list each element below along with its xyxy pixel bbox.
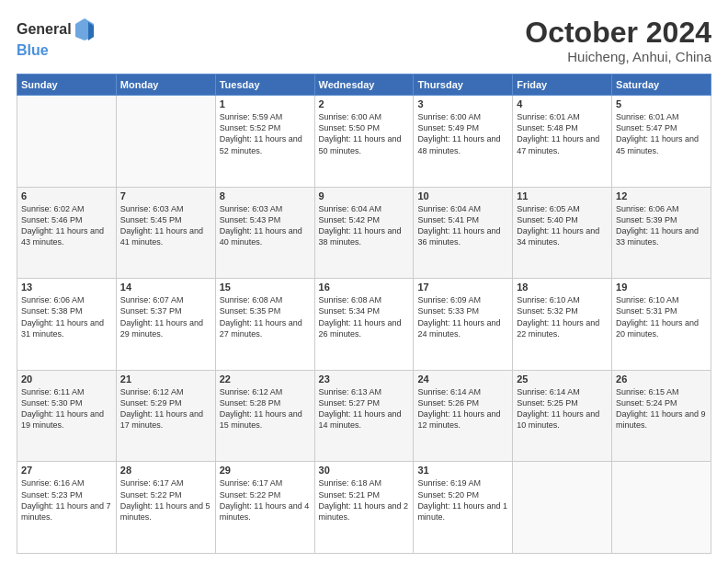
day-number: 28 xyxy=(120,465,211,476)
day-number: 16 xyxy=(319,282,410,293)
day-number: 6 xyxy=(21,190,112,201)
title-block: October 2024 Huicheng, Anhui, China xyxy=(525,17,711,64)
day-number: 25 xyxy=(517,373,608,385)
calendar-cell: 1Sunrise: 5:59 AM Sunset: 5:52 PM Daylig… xyxy=(215,96,314,188)
day-info: Sunrise: 6:00 AM Sunset: 5:50 PM Dayligh… xyxy=(319,111,410,156)
calendar-table: SundayMondayTuesdayWednesdayThursdayFrid… xyxy=(17,74,711,554)
day-info: Sunrise: 6:17 AM Sunset: 5:22 PM Dayligh… xyxy=(220,477,311,523)
header: General Blue October 2024 Huicheng, Anhu… xyxy=(17,17,711,64)
day-info: Sunrise: 6:12 AM Sunset: 5:29 PM Dayligh… xyxy=(120,386,211,431)
column-header-friday: Friday xyxy=(513,75,612,96)
calendar-week-row: 20Sunrise: 6:11 AM Sunset: 5:30 PM Dayli… xyxy=(17,370,711,462)
calendar-cell: 29Sunrise: 6:17 AM Sunset: 5:22 PM Dayli… xyxy=(215,462,314,554)
calendar-cell xyxy=(612,462,711,554)
day-number: 26 xyxy=(616,373,707,385)
day-info: Sunrise: 6:07 AM Sunset: 5:37 PM Dayligh… xyxy=(120,294,211,339)
day-number: 22 xyxy=(220,373,311,385)
calendar-week-row: 13Sunrise: 6:06 AM Sunset: 5:38 PM Dayli… xyxy=(17,279,711,371)
calendar-cell: 13Sunrise: 6:06 AM Sunset: 5:38 PM Dayli… xyxy=(17,279,117,371)
column-header-sunday: Sunday xyxy=(17,75,117,96)
day-number: 29 xyxy=(220,465,311,476)
column-header-monday: Monday xyxy=(116,75,215,96)
day-number: 21 xyxy=(120,373,211,385)
calendar-cell: 18Sunrise: 6:10 AM Sunset: 5:32 PM Dayli… xyxy=(513,279,612,371)
calendar-cell: 15Sunrise: 6:08 AM Sunset: 5:35 PM Dayli… xyxy=(215,279,314,371)
day-info: Sunrise: 6:00 AM Sunset: 5:49 PM Dayligh… xyxy=(417,111,508,156)
day-info: Sunrise: 6:14 AM Sunset: 5:26 PM Dayligh… xyxy=(417,386,508,431)
day-number: 13 xyxy=(21,282,112,293)
logo-text: General Blue xyxy=(17,17,96,59)
day-number: 8 xyxy=(220,190,311,201)
column-header-tuesday: Tuesday xyxy=(215,75,314,96)
day-number: 1 xyxy=(220,98,311,109)
logo-blue: Blue xyxy=(17,42,49,58)
calendar-cell: 2Sunrise: 6:00 AM Sunset: 5:50 PM Daylig… xyxy=(314,96,414,188)
location-title: Huicheng, Anhui, China xyxy=(525,49,711,64)
calendar-cell: 9Sunrise: 6:04 AM Sunset: 5:42 PM Daylig… xyxy=(314,187,414,279)
day-info: Sunrise: 6:15 AM Sunset: 5:24 PM Dayligh… xyxy=(616,386,707,431)
calendar-cell: 21Sunrise: 6:12 AM Sunset: 5:29 PM Dayli… xyxy=(116,370,215,462)
day-number: 3 xyxy=(417,98,508,109)
calendar-header-row: SundayMondayTuesdayWednesdayThursdayFrid… xyxy=(17,75,711,96)
day-info: Sunrise: 6:01 AM Sunset: 5:47 PM Dayligh… xyxy=(616,111,707,156)
day-info: Sunrise: 6:11 AM Sunset: 5:30 PM Dayligh… xyxy=(21,386,112,431)
day-info: Sunrise: 6:17 AM Sunset: 5:22 PM Dayligh… xyxy=(120,477,211,523)
day-info: Sunrise: 6:04 AM Sunset: 5:42 PM Dayligh… xyxy=(319,203,410,248)
calendar-cell: 23Sunrise: 6:13 AM Sunset: 5:27 PM Dayli… xyxy=(314,370,414,462)
day-info: Sunrise: 6:19 AM Sunset: 5:20 PM Dayligh… xyxy=(417,477,508,523)
day-number: 14 xyxy=(120,282,211,293)
day-number: 30 xyxy=(319,465,410,476)
day-info: Sunrise: 6:14 AM Sunset: 5:25 PM Dayligh… xyxy=(517,386,608,431)
day-number: 4 xyxy=(517,98,608,109)
day-info: Sunrise: 6:03 AM Sunset: 5:45 PM Dayligh… xyxy=(120,203,211,248)
calendar-cell: 28Sunrise: 6:17 AM Sunset: 5:22 PM Dayli… xyxy=(116,462,215,554)
day-info: Sunrise: 6:16 AM Sunset: 5:23 PM Dayligh… xyxy=(21,477,112,523)
calendar-cell xyxy=(116,96,215,188)
calendar-cell: 16Sunrise: 6:08 AM Sunset: 5:34 PM Dayli… xyxy=(314,279,414,371)
day-number: 23 xyxy=(319,373,410,385)
column-header-saturday: Saturday xyxy=(612,75,711,96)
logo: General Blue xyxy=(17,17,96,59)
day-number: 15 xyxy=(220,282,311,293)
calendar-cell: 6Sunrise: 6:02 AM Sunset: 5:46 PM Daylig… xyxy=(17,187,117,279)
calendar-cell: 3Sunrise: 6:00 AM Sunset: 5:49 PM Daylig… xyxy=(414,96,513,188)
calendar-cell: 8Sunrise: 6:03 AM Sunset: 5:43 PM Daylig… xyxy=(215,187,314,279)
calendar-cell: 31Sunrise: 6:19 AM Sunset: 5:20 PM Dayli… xyxy=(414,462,513,554)
calendar-cell: 19Sunrise: 6:10 AM Sunset: 5:31 PM Dayli… xyxy=(612,279,711,371)
calendar-cell: 27Sunrise: 6:16 AM Sunset: 5:23 PM Dayli… xyxy=(17,462,117,554)
day-info: Sunrise: 6:10 AM Sunset: 5:31 PM Dayligh… xyxy=(616,294,707,339)
calendar-cell: 10Sunrise: 6:04 AM Sunset: 5:41 PM Dayli… xyxy=(414,187,513,279)
calendar-cell: 12Sunrise: 6:06 AM Sunset: 5:39 PM Dayli… xyxy=(612,187,711,279)
day-info: Sunrise: 6:10 AM Sunset: 5:32 PM Dayligh… xyxy=(517,294,608,339)
day-number: 7 xyxy=(120,190,211,201)
day-info: Sunrise: 6:06 AM Sunset: 5:39 PM Dayligh… xyxy=(616,203,707,248)
calendar-week-row: 6Sunrise: 6:02 AM Sunset: 5:46 PM Daylig… xyxy=(17,187,711,279)
day-info: Sunrise: 6:12 AM Sunset: 5:28 PM Dayligh… xyxy=(220,386,311,431)
calendar-cell xyxy=(17,96,117,188)
day-number: 20 xyxy=(21,373,112,385)
day-number: 27 xyxy=(21,465,112,476)
day-number: 11 xyxy=(517,190,608,201)
day-number: 10 xyxy=(417,190,508,201)
calendar-cell xyxy=(513,462,612,554)
day-info: Sunrise: 6:13 AM Sunset: 5:27 PM Dayligh… xyxy=(319,386,410,431)
day-number: 24 xyxy=(417,373,508,385)
month-title: October 2024 xyxy=(525,17,711,49)
day-info: Sunrise: 6:06 AM Sunset: 5:38 PM Dayligh… xyxy=(21,294,112,339)
day-info: Sunrise: 6:05 AM Sunset: 5:40 PM Dayligh… xyxy=(517,203,608,248)
day-info: Sunrise: 6:03 AM Sunset: 5:43 PM Dayligh… xyxy=(220,203,311,248)
day-number: 31 xyxy=(417,465,508,476)
day-number: 19 xyxy=(616,282,707,293)
day-number: 2 xyxy=(319,98,410,109)
day-info: Sunrise: 6:02 AM Sunset: 5:46 PM Dayligh… xyxy=(21,203,112,248)
page: General Blue October 2024 Huicheng, Anhu… xyxy=(0,0,728,563)
calendar-cell: 11Sunrise: 6:05 AM Sunset: 5:40 PM Dayli… xyxy=(513,187,612,279)
calendar-cell: 5Sunrise: 6:01 AM Sunset: 5:47 PM Daylig… xyxy=(612,96,711,188)
calendar-cell: 24Sunrise: 6:14 AM Sunset: 5:26 PM Dayli… xyxy=(414,370,513,462)
calendar-cell: 17Sunrise: 6:09 AM Sunset: 5:33 PM Dayli… xyxy=(414,279,513,371)
day-number: 9 xyxy=(319,190,410,201)
day-info: Sunrise: 6:09 AM Sunset: 5:33 PM Dayligh… xyxy=(417,294,508,339)
day-info: Sunrise: 6:18 AM Sunset: 5:21 PM Dayligh… xyxy=(319,477,410,523)
calendar-cell: 26Sunrise: 6:15 AM Sunset: 5:24 PM Dayli… xyxy=(612,370,711,462)
calendar-cell: 22Sunrise: 6:12 AM Sunset: 5:28 PM Dayli… xyxy=(215,370,314,462)
